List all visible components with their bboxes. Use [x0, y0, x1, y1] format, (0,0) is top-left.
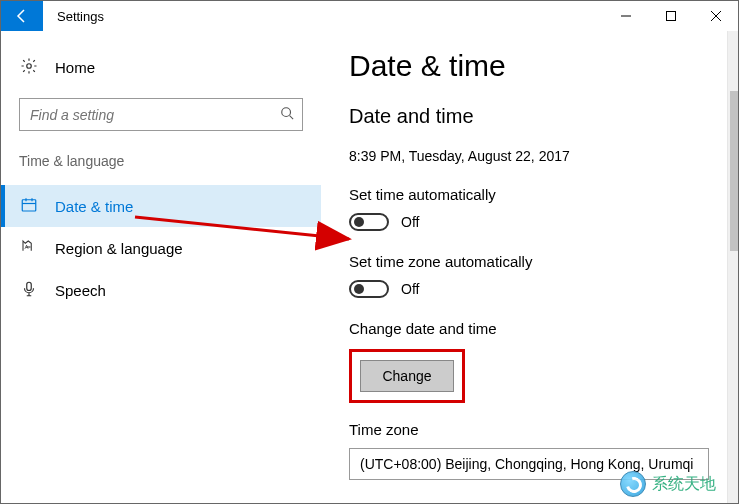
microphone-icon — [19, 280, 39, 301]
search-input[interactable] — [28, 106, 280, 124]
svg-text:A: A — [25, 244, 29, 250]
svg-rect-12 — [27, 282, 32, 290]
watermark-text: 系统天地 — [652, 474, 716, 495]
sidebar-item-speech[interactable]: Speech — [1, 269, 321, 311]
content-pane: Date & time Date and time 8:39 PM, Tuesd… — [321, 31, 727, 503]
window-title: Settings — [43, 1, 603, 31]
sidebar-item-label: Date & time — [55, 198, 133, 215]
change-datetime-label: Change date and time — [349, 320, 709, 337]
auto-time-label: Set time automatically — [349, 186, 709, 203]
auto-tz-state: Off — [401, 281, 419, 297]
title-bar: Settings — [1, 1, 738, 31]
timezone-label: Time zone — [349, 421, 709, 438]
sidebar-item-date-time[interactable]: Date & time — [1, 185, 321, 227]
watermark: 系统天地 — [620, 471, 716, 497]
auto-tz-toggle[interactable] — [349, 280, 389, 298]
svg-line-6 — [290, 116, 294, 120]
svg-rect-1 — [666, 12, 675, 21]
sidebar-category: Time & language — [1, 153, 321, 169]
sidebar: Home Time & language Date & time A — [1, 31, 321, 503]
current-datetime: 8:39 PM, Tuesday, August 22, 2017 — [349, 148, 709, 164]
search-icon — [280, 106, 294, 123]
watermark-logo-icon — [620, 471, 646, 497]
sidebar-item-label: Speech — [55, 282, 106, 299]
auto-time-toggle[interactable] — [349, 213, 389, 231]
change-button[interactable]: Change — [360, 360, 454, 392]
scrollbar-thumb[interactable] — [730, 91, 739, 251]
sidebar-item-label: Region & language — [55, 240, 183, 257]
close-button[interactable] — [693, 1, 738, 31]
back-button[interactable] — [1, 1, 43, 31]
auto-tz-label: Set time zone automatically — [349, 253, 709, 270]
minimize-button[interactable] — [603, 1, 648, 31]
sidebar-item-region-language[interactable]: A Region & language — [1, 227, 321, 269]
highlight-box: Change — [349, 349, 465, 403]
scrollbar[interactable] — [727, 31, 739, 503]
auto-time-state: Off — [401, 214, 419, 230]
maximize-button[interactable] — [648, 1, 693, 31]
globe-icon: A — [19, 238, 39, 259]
timezone-value: (UTC+08:00) Beijing, Chongqing, Hong Kon… — [360, 456, 693, 472]
clock-icon — [19, 196, 39, 217]
svg-point-4 — [27, 64, 32, 69]
home-link[interactable]: Home — [1, 51, 321, 92]
home-label: Home — [55, 59, 95, 76]
svg-rect-7 — [22, 199, 36, 210]
window-controls — [603, 1, 738, 31]
gear-icon — [19, 57, 39, 78]
svg-point-5 — [282, 108, 291, 117]
search-box[interactable] — [19, 98, 303, 131]
section-heading: Date and time — [349, 105, 709, 128]
page-heading: Date & time — [349, 49, 709, 83]
